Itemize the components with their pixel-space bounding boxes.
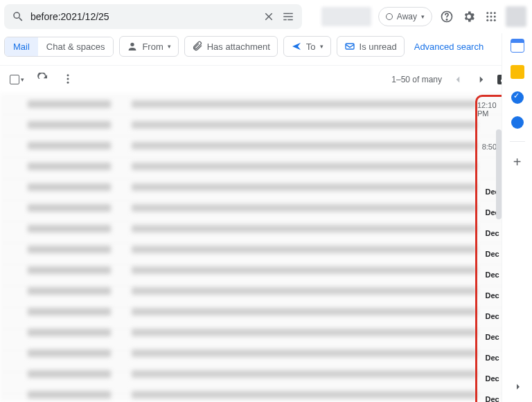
scrollbar-thumb[interactable] [496,129,502,219]
side-divider [510,141,525,142]
svg-point-5 [486,16,488,18]
subject-blur [132,163,477,170]
chip-from[interactable]: From ▾ [119,36,178,57]
list-item[interactable] [28,218,477,239]
next-page-icon[interactable] [474,72,489,87]
avatar[interactable] [506,6,526,27]
clear-icon[interactable] [262,10,276,24]
list-item[interactable] [28,156,477,176]
list-item[interactable] [28,363,477,384]
segment-mail[interactable]: Mail [5,37,38,56]
chip-to-label: To [306,42,316,52]
tune-icon[interactable] [281,10,295,24]
apps-icon[interactable] [484,9,499,24]
chip-attachment[interactable]: Has attachment [184,36,278,57]
svg-rect-12 [346,44,354,49]
page-range: 1–50 of many [391,75,442,84]
sender-blur [28,163,111,170]
sender-blur [28,349,111,357]
list-item[interactable] [28,301,477,322]
list-item[interactable] [28,176,477,197]
svg-point-7 [494,16,496,18]
sender-blur [28,287,111,295]
contacts-icon[interactable] [511,116,524,129]
calendar-icon[interactable] [511,39,524,53]
status-label: Away [397,12,417,21]
svg-point-14 [67,77,69,80]
list-item[interactable] [28,384,477,402]
help-icon[interactable] [439,9,454,24]
sender-blur [28,266,111,274]
sender-blur [28,391,111,399]
message-list-area: 12:10 PM8:50 AMDec 24Dec 24Dec 24Dec 24D… [0,93,532,401]
chip-unread[interactable]: Is unread [337,36,405,57]
refresh-icon[interactable] [37,73,49,87]
more-icon[interactable] [62,73,74,87]
subject-blur [132,100,477,108]
side-panel: + [502,33,532,402]
sender-blur [28,308,111,316]
chevron-down-icon: ▾ [168,43,171,50]
svg-point-6 [490,16,493,18]
svg-point-3 [490,12,493,14]
chip-from-label: From [142,42,163,52]
list-item[interactable] [28,342,477,363]
filter-chips-row: Mail Chat & spaces From ▾ Has attachment… [0,33,532,66]
chevron-down-icon: ▾ [21,76,24,83]
chevron-down-icon: ▾ [421,13,425,20]
list-item[interactable] [28,135,477,156]
list-item[interactable] [28,259,477,280]
list-item[interactable] [28,322,477,342]
list-item[interactable] [28,239,477,259]
sender-blur [28,329,111,336]
sender-blur [28,100,111,108]
subject-blur [132,121,477,129]
subject-blur [132,266,477,274]
checkbox-icon [10,75,19,84]
sender-blur [28,204,111,212]
list-item[interactable] [28,280,477,301]
top-bar: Away ▾ [0,0,532,33]
scope-segment: Mail Chat & spaces [4,37,114,57]
svg-point-9 [490,19,493,21]
list-item[interactable] [28,114,477,135]
prev-page-icon[interactable] [450,72,466,87]
svg-point-1 [446,19,447,20]
segment-chat[interactable]: Chat & spaces [38,37,114,56]
chip-to[interactable]: To ▾ [283,36,331,57]
settings-icon[interactable] [461,9,477,24]
sender-blur [28,183,111,191]
subject-blur [132,287,477,295]
tasks-icon[interactable] [511,91,524,104]
subject-blur [132,204,477,212]
svg-point-10 [494,19,496,21]
subject-blur [132,329,477,336]
status-away-icon [386,13,393,20]
svg-point-11 [131,43,134,46]
list-item[interactable] [28,197,477,218]
collapse-panel-icon[interactable] [513,381,524,395]
keep-icon[interactable] [511,65,524,79]
search-icon [11,10,25,24]
search-box[interactable] [4,4,302,29]
chip-attachment-label: Has attachment [207,42,270,52]
add-addon-icon[interactable]: + [513,154,522,170]
list-item[interactable] [28,93,477,114]
subject-blur [132,183,477,191]
subject-blur [132,142,477,149]
select-all-checkbox[interactable]: ▾ [10,75,24,84]
svg-point-15 [67,81,69,83]
chevron-down-icon: ▾ [320,43,323,50]
svg-point-4 [494,12,496,14]
sender-blur [28,246,111,253]
subject-blur [132,370,477,378]
search-input[interactable] [30,11,256,22]
message-list[interactable]: 12:10 PM8:50 AMDec 24Dec 24Dec 24Dec 24D… [0,93,532,401]
sender-blur [28,121,111,129]
account-switcher-blur[interactable] [321,7,371,26]
topbar-right: Away ▾ [321,6,526,27]
svg-point-13 [67,74,69,76]
list-toolbar: ▾ 1–50 of many ▬ ▾ [0,66,532,93]
advanced-search-link[interactable]: Advanced search [414,42,484,52]
status-chip[interactable]: Away ▾ [378,7,432,26]
